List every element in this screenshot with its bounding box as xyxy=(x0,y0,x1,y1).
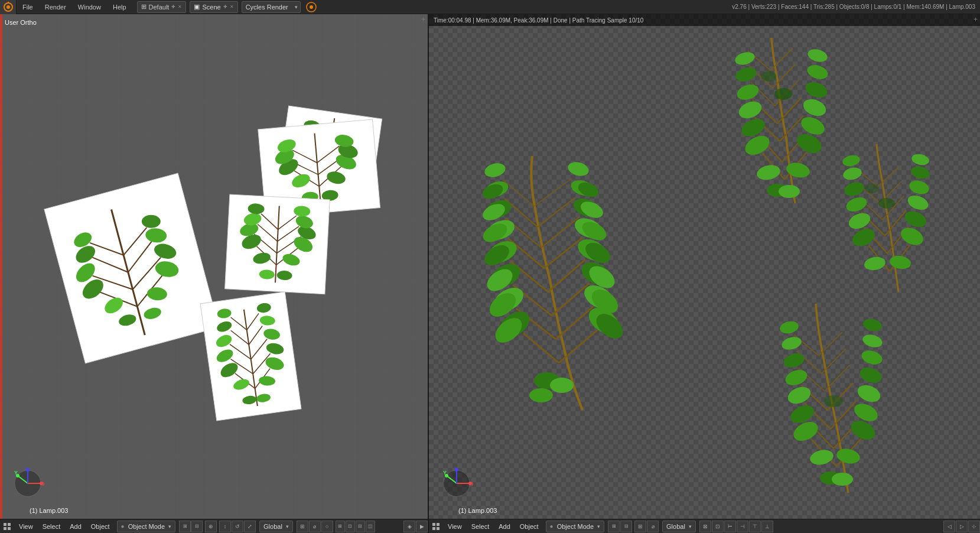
scene-label: Scene xyxy=(202,4,220,11)
left-layer-btn-1[interactable]: ⊞ xyxy=(179,521,191,532)
right-add-menu[interactable]: Add xyxy=(494,519,515,534)
svg-point-228 xyxy=(878,198,895,209)
svg-point-169 xyxy=(529,388,553,402)
right-grid-btn[interactable]: ⊞ xyxy=(634,521,646,532)
left-snap-icons: ⊞ ⌀ ○ xyxy=(297,521,333,532)
svg-point-253 xyxy=(855,382,883,405)
right-extra-btn-6[interactable]: ⊥ xyxy=(761,521,773,532)
svg-point-186 xyxy=(737,98,764,121)
left-right-icons: ◈ ▶ xyxy=(403,521,428,532)
svg-point-257 xyxy=(862,317,883,333)
left-layer-btn-2[interactable]: ⊟ xyxy=(191,521,203,532)
left-icon-btn-a[interactable]: ◈ xyxy=(403,521,415,532)
svg-point-223 xyxy=(908,178,931,197)
svg-point-120 xyxy=(26,468,30,472)
svg-line-130 xyxy=(556,307,593,339)
left-prop-btn3[interactable]: ⊟ xyxy=(356,521,365,532)
workspace-label: Default xyxy=(149,4,170,11)
left-rotate-btn[interactable]: ↺ xyxy=(232,521,243,532)
left-select-menu[interactable]: Select xyxy=(38,519,66,534)
left-prop-btn4[interactable]: ◫ xyxy=(366,521,375,532)
right-layer-btn-2[interactable]: ⊟ xyxy=(620,521,632,532)
right-icon-end-b[interactable]: ▷ xyxy=(956,521,968,532)
svg-point-250 xyxy=(779,320,799,335)
menu-window[interactable]: Window xyxy=(72,0,107,14)
bottom-bar-right: View Select Add Object ● Object Mode ▾ ⊞… xyxy=(429,519,980,533)
left-editor-type-btn[interactable] xyxy=(0,519,14,534)
bottom-bar-left: View Select Add Object ● Object Mode ▾ ⊞… xyxy=(0,519,429,533)
right-extra-btn-2[interactable]: ⊡ xyxy=(712,521,724,532)
scene-close-icon: ✕ xyxy=(230,4,234,9)
right-object-menu[interactable]: Object xyxy=(515,519,543,534)
svg-point-261 xyxy=(832,473,853,486)
svg-rect-274 xyxy=(8,523,11,526)
right-extra-btn-3[interactable]: ⊢ xyxy=(724,521,736,532)
main-area: User Ortho + xyxy=(0,14,980,519)
svg-point-251 xyxy=(848,417,878,443)
left-icon-btn-b[interactable]: ▶ xyxy=(416,521,428,532)
bottom-bars: View Select Add Object ● Object Mode ▾ ⊞… xyxy=(0,519,980,533)
right-mode-label: Object Mode xyxy=(557,523,594,530)
menu-file[interactable]: File xyxy=(17,0,39,14)
right-layer-btn-1[interactable]: ⊞ xyxy=(608,521,620,532)
right-mode-circle-icon: ● xyxy=(550,523,554,529)
right-snap-icons: ⊞ ⌀ xyxy=(634,521,659,532)
svg-line-241 xyxy=(825,365,849,391)
svg-point-4 xyxy=(310,5,313,9)
left-mode-selector[interactable]: ● Object Mode ▾ xyxy=(117,521,175,532)
right-select-menu[interactable]: Select xyxy=(467,519,494,534)
right-snap-btn[interactable]: ⌀ xyxy=(647,521,659,532)
right-extra-icons: ⊠ ⊡ ⊢ ⊣ ⊤ ⊥ xyxy=(699,521,773,532)
menu-help[interactable]: Help xyxy=(107,0,132,14)
svg-line-135 xyxy=(538,197,575,227)
left-global-dropdown-icon: ▾ xyxy=(286,524,289,529)
right-global-selector[interactable]: Global ▾ xyxy=(662,521,696,532)
left-prop-btn2[interactable]: ⊡ xyxy=(346,521,355,532)
svg-point-119 xyxy=(16,474,19,477)
right-view-menu[interactable]: View xyxy=(443,519,467,534)
left-move-btn[interactable]: ↕ xyxy=(219,521,231,532)
svg-rect-277 xyxy=(432,523,435,526)
right-icon-end-a[interactable]: ◁ xyxy=(943,521,955,532)
right-icon-end-c[interactable]: ⊹ xyxy=(968,521,980,532)
svg-rect-276 xyxy=(8,527,11,530)
left-lamp-info: (1) Lamp.003 xyxy=(30,507,68,514)
left-view-menu[interactable]: View xyxy=(14,519,38,534)
left-scale-btn[interactable]: ⤢ xyxy=(244,521,256,532)
svg-point-229 xyxy=(865,184,879,193)
right-viewport[interactable]: Time:00:04.98 | Mem:36.09M, Peak:36.09M … xyxy=(429,14,980,519)
right-lamp-info: (1) Lamp.003 xyxy=(458,507,497,514)
right-editor-type-btn[interactable] xyxy=(429,519,443,534)
right-extra-btn-1[interactable]: ⊠ xyxy=(699,521,711,532)
left-object-menu[interactable]: Object xyxy=(86,519,115,534)
left-grid-btn[interactable]: ⊞ xyxy=(297,521,308,532)
right-mode-selector[interactable]: ● Object Mode ▾ xyxy=(546,521,604,532)
left-snap-btn[interactable]: ⌀ xyxy=(309,521,321,532)
menu-render[interactable]: Render xyxy=(39,0,72,14)
left-global-selector[interactable]: Global ▾ xyxy=(259,521,293,532)
render-engine-selector[interactable]: Cycles Render ▾ xyxy=(242,1,301,13)
workspace-icon: ⊞ xyxy=(141,3,146,11)
svg-line-242 xyxy=(822,349,846,373)
svg-point-192 xyxy=(801,96,829,119)
svg-line-132 xyxy=(548,259,585,292)
scene-selector[interactable]: ▣ Scene ✚ ✕ xyxy=(190,1,237,13)
left-pivot-btn[interactable]: ⊕ xyxy=(205,521,217,532)
svg-point-190 xyxy=(794,130,825,157)
svg-rect-280 xyxy=(437,527,439,530)
left-viewport[interactable]: User Ortho + xyxy=(0,14,429,519)
viewport-corner-plus[interactable]: + xyxy=(421,15,425,24)
right-extra-btn-4[interactable]: ⊣ xyxy=(737,521,748,532)
left-mode-circle-icon: ● xyxy=(121,523,125,529)
svg-point-193 xyxy=(803,79,829,100)
right-extra-btn-5[interactable]: ⊤ xyxy=(749,521,761,532)
left-add-menu[interactable]: Add xyxy=(65,519,86,534)
svg-point-248 xyxy=(782,351,806,370)
left-proportional-btn[interactable]: ○ xyxy=(321,521,333,532)
workspace-selector[interactable]: ⊞ Default ✚ ✕ xyxy=(137,1,187,13)
left-prop-btn1[interactable]: ⊞ xyxy=(336,521,345,532)
svg-point-255 xyxy=(859,348,884,367)
svg-point-215 xyxy=(846,210,872,232)
right-viewport-corner[interactable]: + xyxy=(974,15,978,24)
svg-point-189 xyxy=(734,50,756,67)
